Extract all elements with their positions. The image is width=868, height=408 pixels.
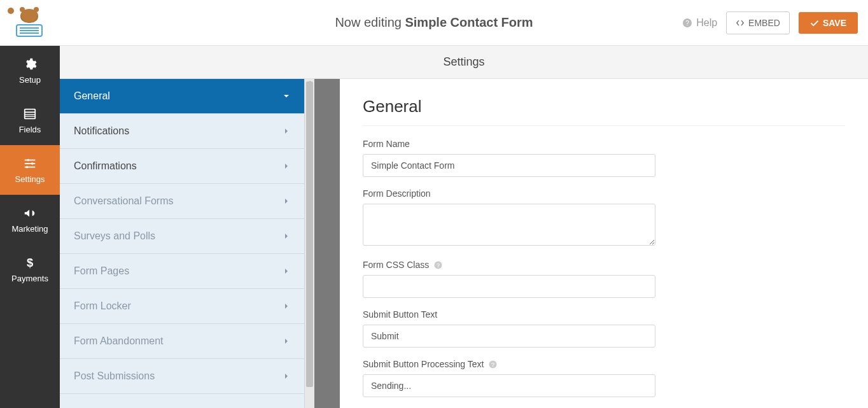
gap-column — [314, 79, 340, 408]
chevron-right-icon — [283, 372, 290, 380]
nav-item-fields[interactable]: Fields — [0, 95, 60, 145]
svg-text:$: $ — [27, 256, 33, 269]
submenu-item-notifications[interactable]: Notifications — [60, 114, 304, 149]
sliders-icon — [23, 157, 37, 171]
help-icon[interactable]: ? — [434, 261, 442, 269]
nav-label: Setup — [19, 75, 41, 85]
submenu-label: Surveys and Polls — [74, 230, 155, 242]
layout: Setup Fields Settings Marketing $ Paymen… — [0, 46, 868, 408]
wpforms-logo — [10, 7, 48, 39]
svg-point-7 — [27, 158, 29, 161]
form-css-class-input[interactable] — [363, 275, 655, 298]
submenu-label: Confirmations — [74, 160, 137, 172]
help-label: Help — [696, 17, 717, 29]
svg-point-11 — [26, 165, 29, 168]
page-title: Now editing Simple Contact Form — [335, 15, 533, 30]
submenu-label: Notifications — [74, 125, 129, 137]
form-name-input[interactable] — [363, 154, 655, 177]
field-form-description: Form Description — [363, 188, 845, 248]
help-icon[interactable]: ? — [489, 360, 497, 369]
form-description-input[interactable] — [363, 204, 655, 246]
chevron-right-icon — [283, 232, 290, 240]
submit-button-text-input[interactable] — [363, 325, 655, 348]
chevron-right-icon — [283, 267, 290, 275]
nav-label: Settings — [15, 174, 45, 184]
field-label: Submit Button Processing Text ? — [363, 359, 845, 369]
field-form-name: Form Name — [363, 139, 845, 177]
chevron-right-icon — [283, 162, 290, 170]
field-submit-button-processing-text: Submit Button Processing Text ? — [363, 359, 845, 397]
content-row: General Notifications Confirmations Conv… — [60, 79, 868, 408]
submenu-item-surveys-polls[interactable]: Surveys and Polls — [60, 219, 304, 254]
submenu-item-form-pages[interactable]: Form Pages — [60, 254, 304, 289]
field-label: Form Name — [363, 139, 845, 149]
nav-item-settings[interactable]: Settings — [0, 145, 60, 195]
submenu-item-post-submissions[interactable]: Post Submissions — [60, 359, 304, 394]
submenu-scrollbar[interactable] — [304, 79, 314, 408]
nav-item-payments[interactable]: $ Payments — [0, 244, 60, 294]
submenu-label: Form Abandonment — [74, 335, 164, 347]
chevron-down-icon — [283, 92, 290, 100]
submenu-item-confirmations[interactable]: Confirmations — [60, 149, 304, 184]
chevron-right-icon — [283, 197, 290, 205]
embed-label: EMBED — [748, 18, 780, 28]
submenu-label: General — [74, 90, 110, 102]
chevron-right-icon — [283, 337, 290, 345]
list-icon — [23, 107, 37, 121]
nav-label: Marketing — [11, 224, 48, 234]
embed-button[interactable]: EMBED — [726, 11, 790, 34]
section-bar: Settings — [60, 46, 868, 79]
save-button[interactable]: SAVE — [799, 12, 858, 34]
current-form-name: Simple Contact Form — [405, 15, 533, 29]
field-label: Form Description — [363, 188, 845, 199]
nav-label: Payments — [11, 274, 48, 283]
svg-text:?: ? — [685, 20, 689, 27]
svg-rect-2 — [25, 109, 36, 118]
field-label: Form CSS Class ? — [363, 260, 845, 270]
gear-icon — [23, 57, 37, 71]
scrollbar-thumb[interactable] — [306, 81, 313, 387]
svg-text:?: ? — [491, 362, 494, 368]
submenu-label: Conversational Forms — [74, 195, 174, 207]
field-form-css-class: Form CSS Class ? — [363, 260, 845, 298]
top-header: Now editing Simple Contact Form ? Help E… — [0, 0, 868, 46]
nav-item-setup[interactable]: Setup — [0, 46, 60, 95]
submenu-item-form-abandonment[interactable]: Form Abandonment — [60, 324, 304, 359]
chevron-right-icon — [283, 302, 290, 310]
form-settings-area: General Form Name Form Description — [340, 79, 868, 408]
section-title: Settings — [443, 55, 484, 69]
submit-button-processing-text-input[interactable] — [363, 374, 655, 397]
svg-point-9 — [31, 162, 34, 165]
submenu-label: Post Submissions — [74, 370, 155, 382]
submenu-label: Form Locker — [74, 300, 131, 312]
right-panel: Settings General Notifications Confirmat… — [60, 46, 868, 408]
form-heading: General — [363, 97, 845, 116]
save-label: SAVE — [823, 18, 846, 28]
field-submit-button-text: Submit Button Text — [363, 309, 845, 348]
chevron-right-icon — [283, 127, 290, 135]
check-icon — [810, 18, 819, 27]
submenu-label: Form Pages — [74, 265, 129, 277]
divider — [363, 125, 845, 126]
editing-prefix: Now editing — [335, 15, 405, 29]
submenu-item-general[interactable]: General — [60, 79, 304, 114]
submenu-item-form-locker[interactable]: Form Locker — [60, 289, 304, 324]
help-link[interactable]: ? Help — [682, 17, 717, 29]
dollar-icon: $ — [23, 256, 37, 270]
settings-submenu-wrap: General Notifications Confirmations Conv… — [60, 79, 314, 408]
help-icon: ? — [682, 18, 692, 28]
bullhorn-icon — [23, 206, 37, 220]
svg-text:?: ? — [437, 262, 440, 269]
code-icon — [736, 18, 745, 27]
nav-item-marketing[interactable]: Marketing — [0, 195, 60, 244]
field-label: Submit Button Text — [363, 309, 845, 320]
primary-nav: Setup Fields Settings Marketing $ Paymen… — [0, 46, 60, 408]
settings-submenu: General Notifications Confirmations Conv… — [60, 79, 304, 408]
header-actions: ? Help EMBED SAVE — [682, 11, 858, 34]
submenu-item-conversational-forms[interactable]: Conversational Forms — [60, 184, 304, 219]
nav-label: Fields — [19, 125, 41, 134]
